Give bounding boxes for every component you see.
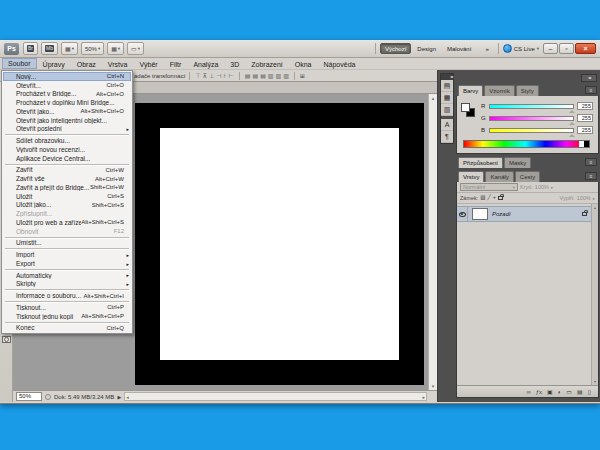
file-menu-item-sdilet-obrazovku-[interactable]: Sdílet obrazovku... bbox=[3, 136, 131, 145]
channel-slider[interactable] bbox=[489, 128, 574, 133]
status-zoom-field[interactable]: 50% bbox=[16, 392, 42, 401]
align-icon-0[interactable]: ⊤ bbox=[194, 73, 201, 79]
layer-list-scrollbar[interactable]: ▴ ▾ bbox=[591, 204, 598, 385]
info-panel-icon[interactable]: ▥ bbox=[441, 104, 453, 116]
auto-align-icon[interactable]: ⊞ bbox=[299, 73, 306, 79]
tab-styly[interactable]: Styly bbox=[516, 85, 539, 96]
channel-value-field[interactable]: 255 bbox=[577, 114, 593, 122]
launch-mini-bridge-button[interactable]: Mb bbox=[41, 42, 58, 55]
scroll-up-icon[interactable]: ▴ bbox=[594, 205, 596, 210]
file-menu-item-prochazet-v-doplnku-mini-bridge-[interactable]: Procházet v doplňku Mini Bridge... bbox=[3, 98, 131, 107]
blend-mode-select[interactable]: Normální ▾ bbox=[460, 183, 518, 191]
file-menu-item-otevrit-posledni[interactable]: Otevřít poslední▸ bbox=[3, 125, 131, 134]
lock-all-icon[interactable] bbox=[498, 196, 503, 200]
distribute-icon-5[interactable]: ▥ bbox=[282, 73, 290, 79]
file-menu-item-zavrit[interactable]: ZavřítCtrl+W bbox=[3, 166, 131, 175]
menu-upravy[interactable]: Úpravy bbox=[37, 58, 71, 69]
layer-row-background[interactable]: Pozadí bbox=[457, 206, 591, 222]
adjustment-layer-icon[interactable]: ◐ bbox=[558, 389, 562, 395]
opacity-arrow-icon[interactable]: ▸ bbox=[551, 185, 553, 190]
align-icon-3[interactable]: ⊣ bbox=[215, 73, 222, 79]
spectrum-black[interactable] bbox=[584, 141, 589, 147]
menu-okna[interactable]: Okna bbox=[289, 58, 318, 69]
align-icon-5[interactable]: ⊢ bbox=[228, 73, 235, 79]
layer-thumbnail[interactable] bbox=[472, 208, 488, 220]
zoom-level-button[interactable]: 50%▾ bbox=[81, 42, 104, 55]
file-menu-item-prochazet-v-bridge-[interactable]: Procházet v Bridge...Alt+Ctrl+O bbox=[3, 90, 131, 99]
menu-napoveda[interactable]: Nápověda bbox=[318, 58, 362, 69]
horizontal-scrollbar[interactable]: ◂ ▸ bbox=[124, 392, 427, 401]
menu-zobrazeni[interactable]: Zobrazení bbox=[245, 58, 289, 69]
styles-panel-icon[interactable]: ▦ bbox=[441, 92, 453, 104]
file-menu-item-skripty[interactable]: Skripty▸ bbox=[3, 280, 131, 289]
menu-3d[interactable]: 3D bbox=[224, 58, 245, 69]
layer-mask-icon[interactable]: ▣ bbox=[547, 389, 553, 395]
file-menu-item-vytvorit-novou-recenzi-[interactable]: Vytvořit novou recenzi... bbox=[3, 145, 131, 154]
panel-menu-icon[interactable]: ≡ bbox=[585, 158, 597, 166]
character-panel-icon[interactable]: A bbox=[441, 119, 453, 131]
restore-button[interactable]: ▫ bbox=[559, 43, 574, 54]
tab-prizpusobeni[interactable]: Přizpůsobení bbox=[458, 157, 503, 168]
file-menu-item-zavrit-vse[interactable]: Zavřít všeAlt+Ctrl+W bbox=[3, 174, 131, 183]
tab-vzornik[interactable]: Vzorník bbox=[484, 85, 514, 96]
layer-name[interactable]: Pozadí bbox=[492, 211, 582, 217]
new-layer-icon[interactable]: ▤ bbox=[577, 389, 583, 395]
channel-slider[interactable] bbox=[489, 104, 574, 109]
lock-option-icon-2[interactable]: + bbox=[493, 195, 496, 201]
panel-menu-icon[interactable]: ≡ bbox=[585, 172, 597, 180]
launch-bridge-button[interactable]: Br bbox=[23, 42, 38, 55]
distribute-icon-0[interactable]: ▤ bbox=[244, 73, 252, 79]
file-menu-item-import[interactable]: Import▸ bbox=[3, 250, 131, 259]
close-button[interactable]: × bbox=[575, 43, 596, 54]
panel-foreground-swatch[interactable] bbox=[461, 103, 470, 112]
file-menu-item-otevrit-[interactable]: Otevřít...Ctrl+O bbox=[3, 81, 131, 90]
layer-style-icon[interactable]: ƒx bbox=[536, 389, 542, 395]
screen-mode-button[interactable]: ▭▾ bbox=[127, 42, 144, 55]
file-menu-item-konec[interactable]: KonecCtrl+Q bbox=[3, 324, 131, 333]
file-menu-item-novy-[interactable]: Nový...Ctrl+N bbox=[3, 72, 131, 81]
file-menu-item-otevrit-jako-inteligentni-objekt-[interactable]: Otevřít jako inteligentní objekt... bbox=[3, 116, 131, 125]
quick-mask-button[interactable] bbox=[2, 336, 11, 343]
workspace-vychozi[interactable]: Výchozí bbox=[380, 43, 411, 54]
distribute-icon-3[interactable]: ▥ bbox=[267, 73, 275, 79]
lock-option-icon-1[interactable]: ╱ bbox=[488, 195, 491, 201]
scroll-down-icon[interactable]: ▾ bbox=[432, 383, 435, 389]
workspace-overflow-button[interactable]: » bbox=[480, 43, 493, 54]
fill-arrow-icon[interactable]: ▸ bbox=[593, 196, 595, 201]
opacity-value[interactable]: 100% bbox=[535, 184, 549, 190]
file-menu-item-automaticky[interactable]: Automaticky▸ bbox=[3, 271, 131, 280]
color-spectrum-ramp[interactable] bbox=[463, 140, 590, 148]
distribute-icon-4[interactable]: ▥ bbox=[275, 73, 283, 79]
scroll-right-icon[interactable]: ▸ bbox=[422, 394, 425, 400]
tab-masky[interactable]: Masky bbox=[504, 157, 531, 168]
file-menu-item-umistit-[interactable]: Umístit... bbox=[3, 239, 131, 248]
panel-color-swatches[interactable] bbox=[461, 103, 476, 118]
panel-menu-icon[interactable]: ≡ bbox=[585, 86, 597, 94]
workspace-design[interactable]: Design bbox=[412, 43, 441, 54]
menu-vrstva[interactable]: Vrstva bbox=[102, 58, 134, 69]
arrange-documents-button[interactable]: ▦▾ bbox=[107, 42, 124, 55]
file-menu-item-ulozit-pro-web-a-zarizeni-[interactable]: Uložit pro web a zařízení...Alt+Shift+Ct… bbox=[3, 218, 131, 227]
link-layers-icon[interactable]: ∞ bbox=[526, 389, 530, 395]
file-menu-item-informace-o-souboru-[interactable]: Informace o souboru...Alt+Shift+Ctrl+I bbox=[3, 291, 131, 300]
cs-live-button[interactable]: CS Live ▾ bbox=[503, 44, 539, 53]
lock-option-icon-0[interactable]: ▨ bbox=[480, 195, 485, 201]
fill-value[interactable]: 100% bbox=[577, 195, 591, 201]
file-menu-item-export[interactable]: Export▸ bbox=[3, 259, 131, 268]
file-menu-item-ulozit[interactable]: UložitCtrl+S bbox=[3, 192, 131, 201]
file-menu-item-tisknout-[interactable]: Tisknout...Ctrl+P bbox=[3, 303, 131, 312]
distribute-icon-2[interactable]: ▤ bbox=[259, 73, 267, 79]
status-menu-arrow-icon[interactable]: ▶ bbox=[117, 394, 121, 400]
workspace-malovani[interactable]: Malování bbox=[442, 43, 476, 54]
distribute-icon-1[interactable]: ▤ bbox=[252, 73, 260, 79]
file-menu-item-ulozit-jako-[interactable]: Uložit jako...Shift+Ctrl+S bbox=[3, 201, 131, 210]
menu-obraz[interactable]: Obraz bbox=[71, 58, 102, 69]
menu-soubor[interactable]: Soubor bbox=[2, 58, 37, 69]
channel-slider[interactable] bbox=[489, 116, 574, 121]
paragraph-panel-icon[interactable]: ¶ bbox=[441, 131, 453, 143]
channel-value-field[interactable]: 255 bbox=[577, 126, 593, 134]
vertical-scrollbar[interactable]: ▴ ▾ bbox=[428, 94, 437, 390]
view-extras-button[interactable]: ▦▾ bbox=[61, 42, 78, 55]
menu-vyber[interactable]: Výběr bbox=[133, 58, 163, 69]
file-menu-item-aplikace-device-central-[interactable]: Aplikace Device Central... bbox=[3, 154, 131, 163]
